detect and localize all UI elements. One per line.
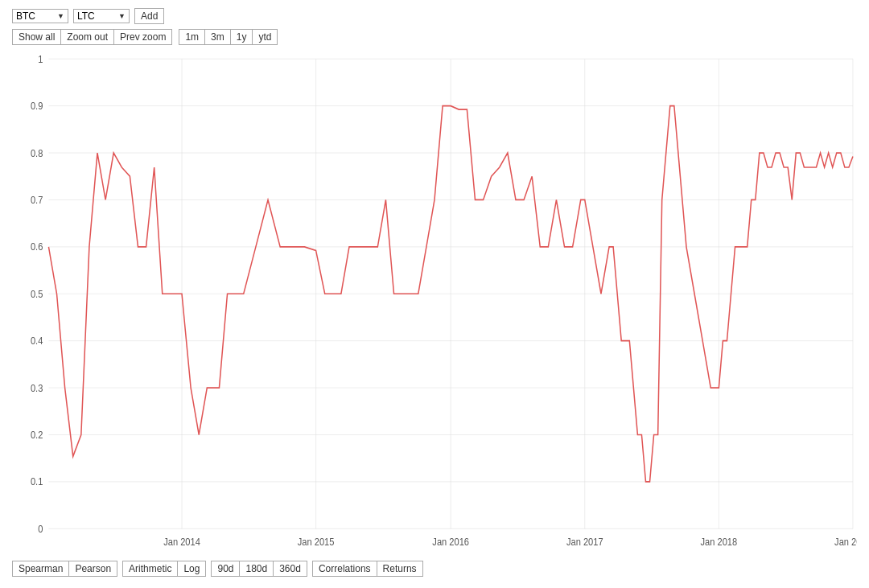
90d-button[interactable]: 90d [211,561,239,577]
svg-text:0.8: 0.8 [31,147,43,158]
add-button[interactable]: Add [134,8,164,24]
svg-text:Jan 2019: Jan 2019 [834,536,857,547]
svg-text:0.4: 0.4 [31,335,43,347]
svg-text:0: 0 [38,523,43,534]
zoom-controls: Show all Zoom out Prev zoom [12,29,172,45]
svg-text:0.6: 0.6 [31,241,43,253]
1m-button[interactable]: 1m [179,29,204,45]
asset1-select[interactable]: BTC ETH LTC XRP BCH [16,10,64,22]
svg-text:0.3: 0.3 [31,382,43,393]
chart-area: 1 0.9 0.8 0.7 0.6 0.5 0.4 0.3 0.2 0.1 0 … [12,50,857,556]
360d-button[interactable]: 360d [273,561,307,577]
svg-text:1: 1 [38,53,43,64]
chart-svg: 1 0.9 0.8 0.7 0.6 0.5 0.4 0.3 0.2 0.1 0 … [12,50,857,556]
prev-zoom-button[interactable]: Prev zoom [113,29,172,45]
svg-text:Jan 2015: Jan 2015 [298,536,335,547]
svg-text:0.9: 0.9 [31,101,43,112]
spearman-button[interactable]: Spearman [12,561,68,577]
asset2-select[interactable]: LTC BTC ETH XRP BCH [77,10,126,22]
svg-text:Jan 2014: Jan 2014 [163,536,200,547]
svg-text:0.5: 0.5 [31,288,43,299]
arithmetic-button[interactable]: Arithmetic [122,561,177,577]
correlation-type-buttons: Spearman Pearson [12,561,117,577]
ytd-button[interactable]: ytd [252,29,278,45]
asset2-dropdown[interactable]: LTC BTC ETH XRP BCH ▼ [73,9,130,23]
zoom-out-button[interactable]: Zoom out [60,29,113,45]
top-controls: BTC ETH LTC XRP BCH ▼ LTC BTC ETH XRP BC… [12,8,857,24]
period-buttons: 90d 180d 360d [211,561,307,577]
svg-text:0.2: 0.2 [31,429,43,440]
view-buttons: Correlations Returns [312,561,423,577]
1y-button[interactable]: 1y [230,29,253,45]
180d-button[interactable]: 180d [239,561,273,577]
time-buttons: 1m 3m 1y ytd [179,29,278,45]
3m-button[interactable]: 3m [204,29,230,45]
time-controls: 1m 3m 1y ytd [179,29,278,45]
show-all-button[interactable]: Show all [12,29,60,45]
second-row: Show all Zoom out Prev zoom 1m 3m 1y ytd [12,29,857,45]
svg-text:Jan 2017: Jan 2017 [566,536,603,547]
svg-text:0.7: 0.7 [31,194,43,205]
svg-text:0.1: 0.1 [31,476,43,487]
correlations-button[interactable]: Correlations [312,561,377,577]
pearson-button[interactable]: Pearson [68,561,117,577]
log-button[interactable]: Log [177,561,206,577]
svg-text:Jan 2018: Jan 2018 [701,536,738,547]
bottom-controls: Spearman Pearson Arithmetic Log 90d 180d… [12,556,857,580]
scale-buttons: Arithmetic Log [122,561,206,577]
main-container: BTC ETH LTC XRP BCH ▼ LTC BTC ETH XRP BC… [0,0,869,588]
svg-text:Jan 2016: Jan 2016 [432,536,469,547]
asset1-dropdown[interactable]: BTC ETH LTC XRP BCH ▼ [12,9,68,23]
returns-button[interactable]: Returns [377,561,423,577]
